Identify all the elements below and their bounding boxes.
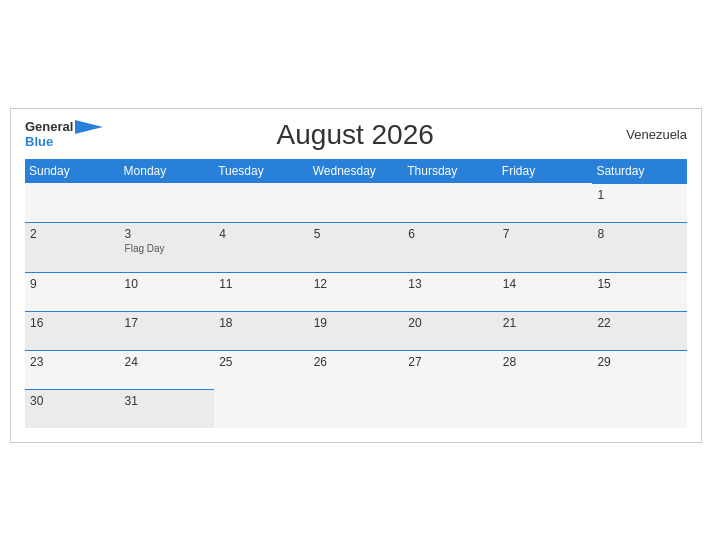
calendar-week-1: 1 (25, 183, 687, 222)
day-number: 26 (314, 355, 399, 369)
country-label: Venezuela (607, 127, 687, 142)
day-number: 10 (125, 277, 210, 291)
day-number: 30 (30, 394, 115, 408)
calendar-cell: 2 (25, 222, 120, 272)
svg-marker-0 (75, 120, 103, 134)
calendar-cell (403, 389, 498, 428)
day-number: 13 (408, 277, 493, 291)
calendar-cell: 27 (403, 350, 498, 389)
weekday-header-row: SundayMondayTuesdayWednesdayThursdayFrid… (25, 159, 687, 184)
calendar-cell: 8 (592, 222, 687, 272)
day-number: 5 (314, 227, 399, 241)
day-number: 22 (597, 316, 682, 330)
calendar-cell (498, 389, 593, 428)
holiday-label: Flag Day (125, 243, 210, 254)
calendar-cell: 3Flag Day (120, 222, 215, 272)
day-number: 4 (219, 227, 304, 241)
calendar-header: General Blue August 2026 Venezuela (25, 119, 687, 151)
logo-area: General Blue (25, 120, 103, 149)
day-number: 14 (503, 277, 588, 291)
day-number: 31 (125, 394, 210, 408)
day-number: 15 (597, 277, 682, 291)
weekday-header-tuesday: Tuesday (214, 159, 309, 184)
calendar-cell (498, 183, 593, 222)
calendar-week-2: 23Flag Day45678 (25, 222, 687, 272)
calendar-container: General Blue August 2026 Venezuela Sunda… (10, 108, 702, 443)
calendar-cell: 28 (498, 350, 593, 389)
day-number: 24 (125, 355, 210, 369)
day-number: 7 (503, 227, 588, 241)
calendar-cell: 6 (403, 222, 498, 272)
calendar-table: SundayMondayTuesdayWednesdayThursdayFrid… (25, 159, 687, 428)
calendar-cell: 23 (25, 350, 120, 389)
calendar-cell: 17 (120, 311, 215, 350)
weekday-header-wednesday: Wednesday (309, 159, 404, 184)
logo-flag-icon (75, 120, 103, 134)
day-number: 21 (503, 316, 588, 330)
calendar-cell (25, 183, 120, 222)
calendar-cell: 25 (214, 350, 309, 389)
day-number: 3 (125, 227, 210, 241)
calendar-cell: 10 (120, 272, 215, 311)
calendar-week-6: 3031 (25, 389, 687, 428)
calendar-cell: 13 (403, 272, 498, 311)
calendar-cell (403, 183, 498, 222)
day-number: 2 (30, 227, 115, 241)
calendar-cell (214, 389, 309, 428)
day-number: 19 (314, 316, 399, 330)
calendar-cell (309, 389, 404, 428)
day-number: 12 (314, 277, 399, 291)
day-number: 27 (408, 355, 493, 369)
calendar-cell: 20 (403, 311, 498, 350)
weekday-header-saturday: Saturday (592, 159, 687, 184)
day-number: 11 (219, 277, 304, 291)
calendar-cell: 22 (592, 311, 687, 350)
calendar-cell (592, 389, 687, 428)
weekday-header-friday: Friday (498, 159, 593, 184)
calendar-cell: 30 (25, 389, 120, 428)
day-number: 28 (503, 355, 588, 369)
day-number: 23 (30, 355, 115, 369)
calendar-cell (214, 183, 309, 222)
calendar-cell: 21 (498, 311, 593, 350)
calendar-cell: 24 (120, 350, 215, 389)
calendar-cell: 16 (25, 311, 120, 350)
month-title: August 2026 (103, 119, 607, 151)
day-number: 16 (30, 316, 115, 330)
calendar-cell: 12 (309, 272, 404, 311)
day-number: 8 (597, 227, 682, 241)
calendar-cell: 9 (25, 272, 120, 311)
calendar-cell: 5 (309, 222, 404, 272)
logo-general: General (25, 120, 73, 134)
calendar-cell: 1 (592, 183, 687, 222)
calendar-cell (120, 183, 215, 222)
weekday-header-sunday: Sunday (25, 159, 120, 184)
calendar-cell: 11 (214, 272, 309, 311)
calendar-cell: 29 (592, 350, 687, 389)
calendar-cell: 14 (498, 272, 593, 311)
calendar-week-4: 16171819202122 (25, 311, 687, 350)
weekday-header-monday: Monday (120, 159, 215, 184)
day-number: 18 (219, 316, 304, 330)
calendar-cell: 7 (498, 222, 593, 272)
calendar-week-5: 23242526272829 (25, 350, 687, 389)
logo-blue: Blue (25, 135, 53, 149)
calendar-cell: 18 (214, 311, 309, 350)
day-number: 6 (408, 227, 493, 241)
calendar-week-3: 9101112131415 (25, 272, 687, 311)
calendar-cell: 19 (309, 311, 404, 350)
calendar-cell (309, 183, 404, 222)
day-number: 29 (597, 355, 682, 369)
calendar-cell: 31 (120, 389, 215, 428)
calendar-cell: 4 (214, 222, 309, 272)
day-number: 1 (597, 188, 682, 202)
calendar-cell: 15 (592, 272, 687, 311)
day-number: 25 (219, 355, 304, 369)
weekday-header-thursday: Thursday (403, 159, 498, 184)
day-number: 20 (408, 316, 493, 330)
day-number: 9 (30, 277, 115, 291)
calendar-cell: 26 (309, 350, 404, 389)
day-number: 17 (125, 316, 210, 330)
